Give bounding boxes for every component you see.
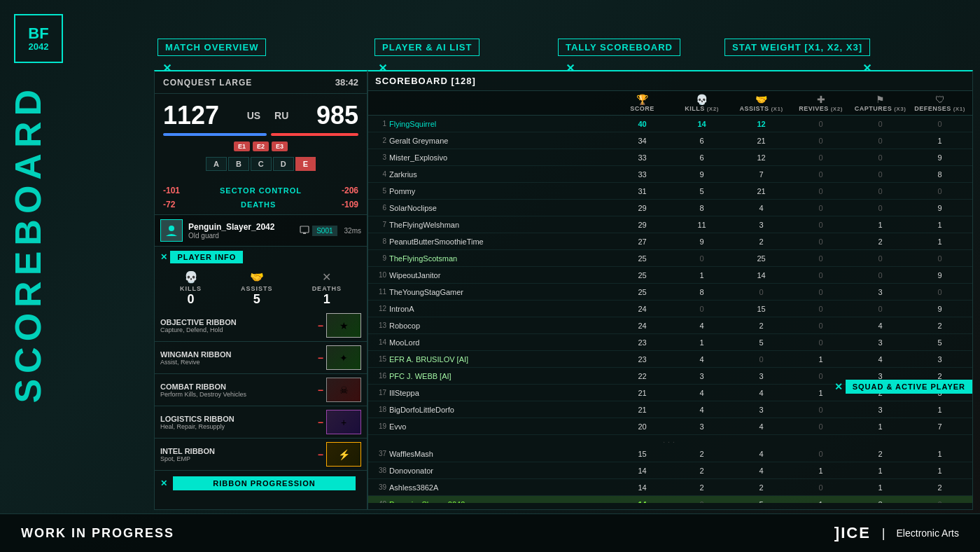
row-score: 29 <box>612 204 672 212</box>
assists-col-label: ASSISTS (x1) <box>732 105 791 112</box>
ribbon-icon-wingman: ✦ <box>326 345 361 370</box>
row-num: 39 <box>371 483 389 491</box>
table-row[interactable]: 3 Mister_Explosivo 33 6 12 0 0 9 <box>368 149 972 166</box>
table-row[interactable]: 8 PeanutButterSmoothieTime 27 9 2 0 2 1 <box>368 233 972 250</box>
e-badge-2: E2 <box>253 142 269 151</box>
row-num: 19 <box>371 422 389 430</box>
row-player-name: TheYoungStagGamer <box>389 288 612 296</box>
row-kills: 0 <box>672 305 732 313</box>
row-player-name: Geralt Greymane <box>389 137 612 145</box>
sector-b[interactable]: B <box>228 157 249 171</box>
tally-panel-close[interactable]: ✕ <box>566 62 575 75</box>
row-score: 23 <box>612 355 672 364</box>
table-row[interactable]: 38 Donovonator 14 2 4 1 1 1 <box>368 462 972 479</box>
captures-col-icon: ⚑ <box>850 94 910 105</box>
row-num: 11 <box>371 288 389 296</box>
table-row[interactable]: 6 SolarNoclipse 29 8 4 0 0 9 <box>368 200 972 216</box>
table-row[interactable]: 4 Zarkrius 33 9 7 0 0 8 <box>368 166 972 183</box>
row-captures: 3 <box>850 406 910 414</box>
match-panel-close[interactable]: ✕ <box>162 62 172 75</box>
table-row[interactable]: 19 Evvo 20 3 4 0 1 7 <box>368 418 972 435</box>
row-captures: 0 <box>850 305 910 313</box>
row-revives: 0 <box>791 170 850 179</box>
defenses-col-icon: 🛡 <box>910 94 969 105</box>
dice-logo: ]ICE <box>834 524 871 542</box>
row-defenses: 5 <box>910 338 969 347</box>
row-score: 24 <box>612 322 672 330</box>
table-row[interactable]: 7 TheFlyingWelshman 29 11 3 0 1 1 <box>368 216 972 233</box>
row-defenses: 2 <box>910 483 969 492</box>
row-revives: 1 <box>791 467 850 475</box>
row-assists: 3 <box>732 406 791 414</box>
row-kills: 4 <box>672 355 732 364</box>
svg-point-0 <box>169 226 174 231</box>
table-row[interactable]: 2 Geralt Greymane 34 6 21 0 0 1 <box>368 132 972 149</box>
table-row[interactable]: 14 MooLord 23 1 5 0 3 5 <box>368 334 972 351</box>
row-revives: 0 <box>791 153 850 162</box>
row-assists: 12 <box>732 120 791 128</box>
table-row[interactable]: 15 EFR A. BRUSILOV [AI] 23 4 0 1 4 3 <box>368 351 972 368</box>
scoreboard-header: SCOREBOARD [128] <box>368 71 972 91</box>
row-revives: 0 <box>791 406 850 414</box>
row-score: 14 <box>612 467 672 475</box>
deaths-right: -109 <box>342 200 358 209</box>
table-row[interactable]: 13 Robocop 24 4 2 0 4 2 <box>368 317 972 334</box>
sector-a[interactable]: A <box>206 157 227 171</box>
row-score: 33 <box>612 170 672 179</box>
table-row[interactable]: 18 BigDorfoLittleDorfo 21 4 3 0 3 1 <box>368 401 972 418</box>
row-defenses: 7 <box>910 422 969 431</box>
table-row[interactable]: 37 WafflesMash 15 2 4 0 2 1 <box>368 446 972 462</box>
row-player-name: EFR A. BRUSILOV [AI] <box>389 355 612 364</box>
row-kills: 4 <box>672 389 732 397</box>
ribbon-sub-combat: Perform Kills, Destroy Vehicles <box>160 391 315 398</box>
table-row[interactable]: 9 TheFlyingScotsman 25 0 25 0 0 0 <box>368 250 972 267</box>
row-num: 16 <box>371 372 389 380</box>
bf-logo: BF 2042 <box>14 14 63 63</box>
deaths-item: ✕ DEATHS 1 <box>312 270 342 307</box>
row-kills: 9 <box>672 237 732 246</box>
player-panel-close[interactable]: ✕ <box>378 62 387 75</box>
ribbon-progression-close[interactable]: ✕ <box>160 478 167 488</box>
row-assists: 3 <box>732 221 791 229</box>
ribbon-name-intel: INTEL RIBBON <box>160 447 315 455</box>
score-bars <box>163 133 358 136</box>
row-captures: 3 <box>850 500 910 504</box>
col-score: 🏆 SCORE <box>612 94 672 112</box>
row-assists: 4 <box>732 450 791 458</box>
row-player-name: Evvo <box>389 422 612 431</box>
sector-d[interactable]: D <box>273 157 294 171</box>
table-row[interactable]: 10 WipeoutJanitor 25 1 14 0 0 9 <box>368 267 972 284</box>
stat-panel-close[interactable]: ✕ <box>862 62 872 75</box>
row-revives: 0 <box>791 237 850 246</box>
player-info-close[interactable]: ✕ <box>160 252 167 262</box>
table-row[interactable]: 11 TheYoungStagGamer 25 8 0 0 3 0 <box>368 284 972 301</box>
ea-logo-area: ]ICE | Electronic Arts <box>834 524 959 542</box>
row-revives: 0 <box>791 305 850 313</box>
match-header: CONQUEST LARGE 38:42 <box>155 71 367 94</box>
row-kills: 3 <box>672 372 732 380</box>
team-ru-label: RU <box>274 110 288 121</box>
table-row[interactable]: 40 Penguin_Slayer_2042 14 0 5 1 3 0 <box>368 496 972 503</box>
table-row[interactable]: 39 Ashless3862A 14 2 2 0 1 2 <box>368 479 972 496</box>
sector-e[interactable]: E <box>295 157 316 171</box>
row-defenses: 3 <box>910 355 969 364</box>
match-overview-panel: CONQUEST LARGE 38:42 1127 US RU 985 E1 <box>154 70 368 510</box>
row-kills: 0 <box>672 500 732 504</box>
row-player-name: Pommy <box>389 187 612 195</box>
deaths-row: -72 DEATHS -109 <box>155 198 367 212</box>
e-badge-3: E3 <box>272 142 288 151</box>
ribbon-item-wingman: WINGMAN RIBBON Assist, Revive − ✦ <box>155 342 367 374</box>
table-row[interactable]: 12 IntronA 24 0 15 0 0 9 <box>368 301 972 317</box>
scoreboard-rows: 1 FlyingSquirrel 40 14 12 0 0 0 2 Geralt… <box>368 116 972 503</box>
row-defenses: 1 <box>910 406 969 414</box>
row-captures: 0 <box>850 254 910 263</box>
squad-active-close[interactable]: ✕ <box>834 381 843 392</box>
row-captures: 1 <box>850 422 910 431</box>
row-num: 38 <box>371 467 389 474</box>
table-row[interactable]: 1 FlyingSquirrel 40 14 12 0 0 0 <box>368 116 972 132</box>
squad-active-container: ✕ SQUAD & ACTIVE PLAYER <box>834 380 972 394</box>
table-row[interactable]: 5 Pommy 31 5 21 0 0 0 <box>368 183 972 200</box>
scoreboard-title: SCOREBOARD [128] <box>375 76 965 86</box>
sector-c[interactable]: C <box>251 157 272 171</box>
sector-row: A B C D E <box>163 157 358 171</box>
